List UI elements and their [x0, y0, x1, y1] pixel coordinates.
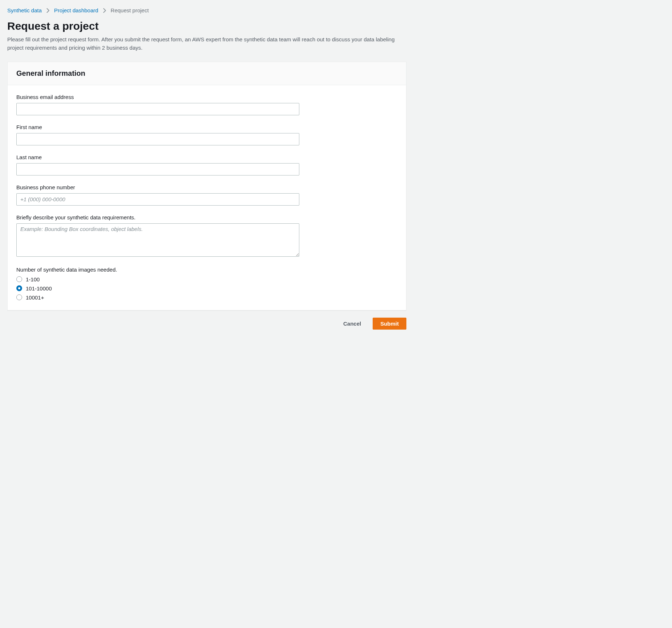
email-field[interactable]	[16, 103, 299, 115]
general-info-panel: General information Business email addre…	[7, 62, 406, 310]
page-title: Request a project	[7, 20, 406, 32]
radio-option-1-100[interactable]: 1-100	[16, 276, 397, 282]
action-bar: Cancel Submit	[7, 318, 406, 330]
radio-label: 10001+	[26, 294, 44, 301]
radio-option-10001-plus[interactable]: 10001+	[16, 294, 397, 301]
cancel-button[interactable]: Cancel	[336, 318, 368, 329]
last-name-field[interactable]	[16, 163, 299, 175]
radio-icon	[16, 294, 22, 300]
description-label: Briefly describe your synthetic data req…	[16, 214, 397, 220]
phone-label: Business phone number	[16, 184, 397, 190]
radio-icon	[16, 276, 22, 282]
images-needed-label: Number of synthetic data images needed.	[16, 267, 397, 273]
breadcrumb: Synthetic data Project dashboard Request…	[7, 7, 406, 13]
description-field[interactable]	[16, 223, 299, 257]
breadcrumb-current: Request project	[111, 7, 149, 13]
chevron-right-icon	[103, 8, 106, 13]
phone-field[interactable]	[16, 193, 299, 206]
last-name-label: Last name	[16, 154, 397, 160]
radio-option-101-10000[interactable]: 101-10000	[16, 285, 397, 292]
breadcrumb-link-synthetic-data[interactable]: Synthetic data	[7, 7, 42, 13]
first-name-field[interactable]	[16, 133, 299, 145]
panel-title: General information	[16, 69, 397, 78]
email-label: Business email address	[16, 94, 397, 100]
chevron-right-icon	[46, 8, 50, 13]
submit-button[interactable]: Submit	[373, 318, 406, 330]
radio-label: 1-100	[26, 276, 40, 282]
images-needed-radio-group: 1-100 101-10000 10001+	[16, 276, 397, 301]
radio-label: 101-10000	[26, 285, 52, 292]
first-name-label: First name	[16, 124, 397, 130]
breadcrumb-link-project-dashboard[interactable]: Project dashboard	[54, 7, 98, 13]
page-description: Please fill out the project request form…	[7, 35, 406, 52]
radio-icon	[16, 285, 22, 291]
